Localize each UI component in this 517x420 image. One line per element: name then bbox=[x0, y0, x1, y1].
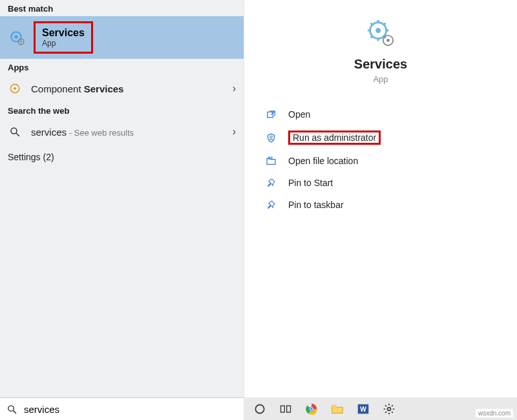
svg-point-33 bbox=[310, 408, 313, 410]
svg-point-22 bbox=[269, 136, 272, 138]
svg-line-7 bbox=[16, 133, 19, 136]
component-services-icon bbox=[8, 81, 22, 96]
action-open-file-location[interactable]: Open file location bbox=[262, 150, 499, 172]
folder-icon bbox=[265, 155, 277, 167]
word-icon[interactable]: W bbox=[355, 401, 372, 417]
svg-point-3 bbox=[20, 41, 22, 43]
chrome-icon[interactable] bbox=[303, 401, 320, 417]
search-web-header: Search the web bbox=[0, 102, 244, 118]
action-list: Open Run as administrator Open file loca… bbox=[244, 90, 517, 216]
svg-rect-27 bbox=[281, 406, 285, 412]
run-admin-highlight: Run as administrator bbox=[288, 131, 381, 145]
detail-panel: Services App Open Run as administrator bbox=[244, 0, 517, 397]
web-result-label: services - See web results bbox=[31, 127, 224, 138]
settings-result[interactable]: Settings (2) bbox=[0, 145, 244, 169]
open-icon bbox=[265, 109, 277, 120]
action-pin-to-taskbar[interactable]: Pin to taskbar bbox=[262, 194, 499, 216]
svg-point-1 bbox=[14, 35, 17, 38]
settings-gear-icon[interactable] bbox=[381, 401, 397, 417]
best-match-subtitle: App bbox=[42, 39, 85, 48]
svg-point-6 bbox=[11, 128, 17, 134]
svg-rect-34 bbox=[332, 404, 336, 406]
apps-result-component-services[interactable]: Component Services › bbox=[0, 75, 244, 102]
detail-subtitle: App bbox=[244, 74, 517, 84]
action-open[interactable]: Open bbox=[262, 103, 499, 125]
search-input[interactable] bbox=[24, 404, 237, 415]
svg-point-24 bbox=[8, 405, 14, 411]
svg-line-17 bbox=[384, 23, 386, 25]
pin-icon bbox=[265, 199, 277, 211]
services-gear-icon bbox=[8, 28, 26, 47]
svg-point-37 bbox=[388, 407, 391, 410]
svg-text:W: W bbox=[360, 405, 366, 412]
action-label: Pin to Start bbox=[288, 178, 333, 188]
services-large-gear-icon bbox=[366, 18, 396, 48]
action-label: Pin to taskbar bbox=[288, 200, 344, 210]
svg-line-25 bbox=[14, 410, 16, 413]
search-icon bbox=[6, 404, 17, 415]
search-bar bbox=[0, 397, 244, 420]
best-match-header: Best match bbox=[0, 0, 244, 16]
svg-rect-23 bbox=[268, 157, 271, 159]
search-results-panel: Best match Services App Apps Component S… bbox=[0, 0, 244, 397]
action-label: Open bbox=[288, 109, 310, 120]
apps-header: Apps bbox=[0, 59, 244, 75]
best-match-item[interactable]: Services App bbox=[0, 16, 244, 59]
best-match-highlight: Services App bbox=[34, 21, 93, 54]
svg-point-19 bbox=[386, 39, 390, 42]
web-result-services[interactable]: services - See web results › bbox=[0, 118, 244, 145]
watermark: wsxdn.com bbox=[476, 409, 513, 417]
chevron-right-icon: › bbox=[233, 126, 236, 138]
svg-point-5 bbox=[14, 87, 16, 90]
svg-point-9 bbox=[375, 28, 381, 33]
task-view-icon[interactable] bbox=[277, 401, 294, 417]
chevron-right-icon: › bbox=[233, 83, 236, 94]
best-match-title: Services bbox=[42, 27, 85, 39]
admin-shield-icon bbox=[265, 132, 277, 143]
cortana-icon[interactable] bbox=[251, 401, 268, 417]
svg-rect-28 bbox=[287, 406, 291, 412]
svg-rect-20 bbox=[267, 112, 273, 118]
svg-line-14 bbox=[371, 23, 373, 25]
action-pin-to-start[interactable]: Pin to Start bbox=[262, 172, 499, 194]
action-label: Open file location bbox=[288, 156, 358, 166]
apps-result-label: Component Services bbox=[31, 83, 224, 94]
svg-line-16 bbox=[371, 36, 373, 38]
search-icon bbox=[8, 125, 22, 139]
action-label: Run as administrator bbox=[293, 132, 376, 143]
svg-point-26 bbox=[255, 404, 264, 413]
action-run-as-administrator[interactable]: Run as administrator bbox=[262, 125, 499, 150]
file-explorer-icon[interactable] bbox=[329, 401, 346, 417]
pin-icon bbox=[265, 177, 277, 189]
detail-title: Services bbox=[244, 57, 517, 72]
